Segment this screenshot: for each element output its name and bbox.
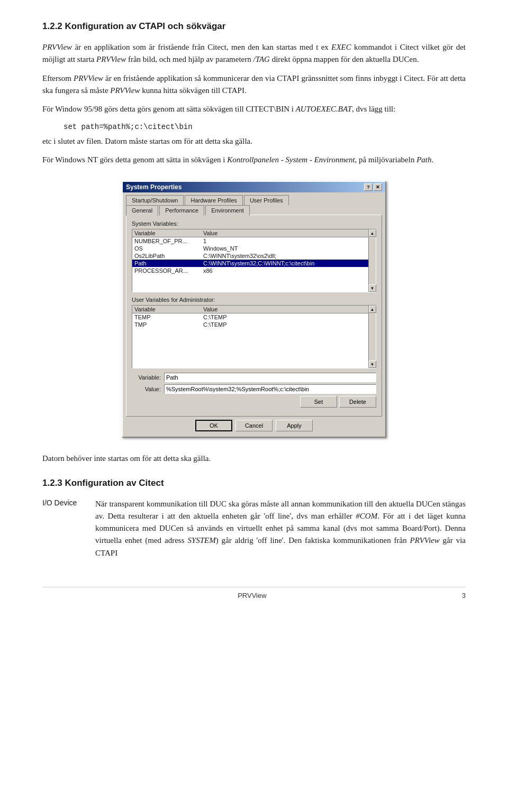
section-123: 1.2.3 Konfiguration av Citect I/O Device… <box>42 478 466 566</box>
delete-button[interactable]: Delete <box>339 396 376 408</box>
user-vars-scrollbar[interactable]: ▲ ▼ <box>368 306 376 368</box>
system-properties-dialog: System Properties ? ✕ Startup/Shutdown H… <box>122 181 386 438</box>
sys-val-5: x86 <box>203 267 366 274</box>
sys-row-1[interactable]: NUMBER_OF_PR... 1 <box>132 237 368 245</box>
sys-var-3: Os2LibPath <box>134 253 203 259</box>
scroll-up-arrow[interactable]: ▲ <box>369 229 376 237</box>
tab-startup[interactable]: Startup/Shutdown <box>126 195 184 205</box>
set-button[interactable]: Set <box>300 396 337 408</box>
dialog-footer: OK Cancel Apply <box>123 417 385 437</box>
system-vars-header: Variable Value <box>132 229 368 237</box>
user-val-1: C:\TEMP <box>203 314 366 320</box>
code-line: set path=%path%;c:\citect\bin <box>64 122 466 133</box>
sys-row-3[interactable]: Os2LibPath C:\WINNT\system32\os2\dll; <box>132 252 368 260</box>
tab-general[interactable]: General <box>126 205 158 216</box>
sys-val-4: C:\WINNT\system32;C:\WINNT;c:\citect\bin <box>203 260 366 266</box>
value-input[interactable] <box>164 384 376 394</box>
sys-col-variable: Variable <box>134 230 203 236</box>
user-var-2: TMP <box>134 321 203 328</box>
dialog-titlebar: System Properties ? ✕ <box>123 182 385 192</box>
system-vars-label: System Variables: <box>132 220 376 227</box>
paragraph-1: PRVView är en applikation som är friståe… <box>42 41 466 66</box>
user-val-2: C:\TEMP <box>203 321 366 328</box>
page-number: 3 <box>462 592 466 599</box>
paragraph-5: För Windows NT görs detta genom att sätt… <box>42 154 466 166</box>
sys-row-4[interactable]: Path C:\WINNT\system32;C:\WINNT;c:\citec… <box>132 260 368 267</box>
user-col-variable: Variable <box>134 306 203 312</box>
paragraph-3: För Window 95/98 görs detta görs genom a… <box>42 103 466 115</box>
user-col-value: Value <box>203 306 366 312</box>
sys-var-5: PROCESSOR_AR... <box>134 267 203 274</box>
user-vars-list: Variable Value TEMP C:\TEMP TMP C:\TEMP <box>132 306 368 368</box>
user-vars-header: Variable Value <box>132 306 368 313</box>
value-field-row: Value: <box>132 384 376 394</box>
tab-row-1: Startup/Shutdown Hardware Profiles User … <box>126 195 382 205</box>
sys-row-5[interactable]: PROCESSOR_AR... x86 <box>132 267 368 274</box>
sys-var-1: NUMBER_OF_PR... <box>134 238 203 244</box>
user-vars-list-container[interactable]: Variable Value TEMP C:\TEMP TMP C:\TEMP <box>132 305 376 368</box>
dialog-tabs: Startup/Shutdown Hardware Profiles User … <box>123 192 385 417</box>
section-123-title: 1.2.3 Konfiguration av Citect <box>42 478 466 488</box>
help-button[interactable]: ? <box>364 183 373 191</box>
tab-user-profiles[interactable]: User Profiles <box>244 195 289 205</box>
ok-button[interactable]: OK <box>195 420 232 431</box>
system-vars-scrollbar[interactable]: ▲ ▼ <box>368 229 376 292</box>
value-label: Value: <box>132 386 161 392</box>
apply-button[interactable]: Apply <box>276 420 313 431</box>
tab-environment[interactable]: Environment <box>205 205 250 216</box>
sys-val-2: Windows_NT <box>203 245 366 252</box>
user-scroll-down[interactable]: ▼ <box>369 361 376 368</box>
page-footer: PRVView 3 <box>42 587 466 599</box>
tab-row-2: General Performance Environment <box>126 205 382 215</box>
tab-panel-environment: System Variables: Variable Value NUMBER_… <box>126 215 382 417</box>
titlebar-buttons: ? ✕ <box>364 183 382 191</box>
system-vars-list-container[interactable]: Variable Value NUMBER_OF_PR... 1 OS Wind… <box>132 229 376 292</box>
dialog-title: System Properties <box>126 183 182 191</box>
tab-performance[interactable]: Performance <box>159 205 204 216</box>
sys-col-value: Value <box>203 230 366 236</box>
user-row-1[interactable]: TEMP C:\TEMP <box>132 313 368 321</box>
variable-field-row: Variable: <box>132 373 376 382</box>
section-122-title: 1.2.2 Konfiguration av CTAPI och sökväga… <box>42 21 466 32</box>
io-device-row: I/O Device När transparent kommunikation… <box>42 498 466 566</box>
user-row-2[interactable]: TMP C:\TEMP <box>132 321 368 328</box>
user-var-1: TEMP <box>134 314 203 320</box>
paragraph-4: etc i slutet av filen. Datorn måste star… <box>42 135 466 147</box>
scroll-down-arrow[interactable]: ▼ <box>369 284 376 292</box>
sys-var-4: Path <box>134 260 203 266</box>
after-dialog-text: Datorn behöver inte startas om för att d… <box>42 453 466 465</box>
variable-label: Variable: <box>132 374 161 381</box>
tab-hardware-profiles[interactable]: Hardware Profiles <box>185 195 242 205</box>
sys-row-2[interactable]: OS Windows_NT <box>132 245 368 252</box>
close-button[interactable]: ✕ <box>374 183 382 191</box>
paragraph-2: Eftersom PRVView är en fristående applik… <box>42 72 466 97</box>
section-123-paragraph: När transparent kommunikation till DUC s… <box>95 498 466 559</box>
cancel-button[interactable]: Cancel <box>235 420 273 431</box>
set-delete-buttons: Set Delete <box>132 396 376 408</box>
page-content: 1.2.2 Konfiguration av CTAPI och sökväga… <box>42 21 466 599</box>
user-scroll-up[interactable]: ▲ <box>369 306 376 313</box>
dialog-wrapper: System Properties ? ✕ Startup/Shutdown H… <box>42 181 466 438</box>
io-device-label: I/O Device <box>42 498 85 566</box>
system-vars-list: Variable Value NUMBER_OF_PR... 1 OS Wind… <box>132 229 368 292</box>
footer-center: PRVView <box>238 592 266 599</box>
sys-var-2: OS <box>134 245 203 252</box>
variable-input[interactable] <box>164 373 376 382</box>
sys-val-3: C:\WINNT\system32\os2\dll; <box>203 253 366 259</box>
user-vars-label: User Variables for Administrator: <box>132 297 376 303</box>
sys-val-1: 1 <box>203 238 366 244</box>
